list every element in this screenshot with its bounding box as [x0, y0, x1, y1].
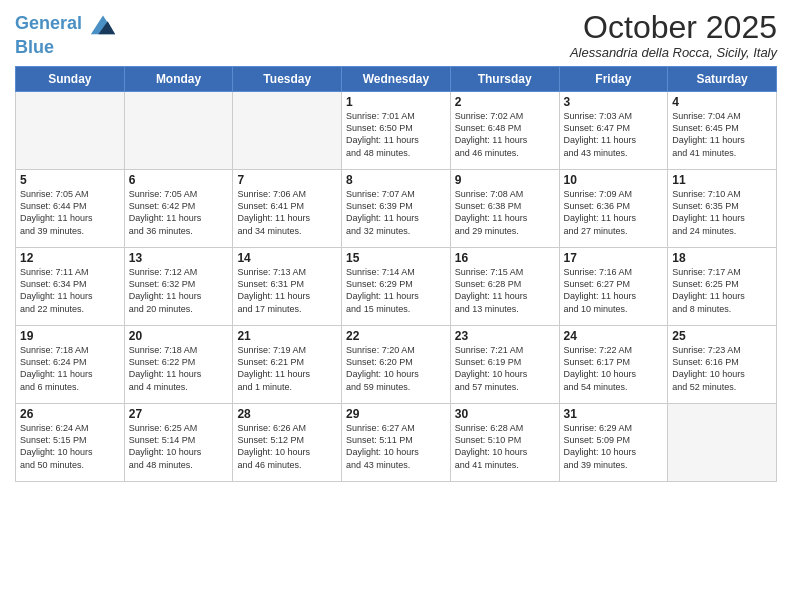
day-number: 23: [455, 329, 555, 343]
calendar-cell: 14Sunrise: 7:13 AMSunset: 6:31 PMDayligh…: [233, 248, 342, 326]
day-number: 21: [237, 329, 337, 343]
calendar-day-header: Wednesday: [342, 67, 451, 92]
day-number: 29: [346, 407, 446, 421]
calendar-cell: 5Sunrise: 7:05 AMSunset: 6:44 PMDaylight…: [16, 170, 125, 248]
calendar-week-row: 1Sunrise: 7:01 AMSunset: 6:50 PMDaylight…: [16, 92, 777, 170]
day-number: 17: [564, 251, 664, 265]
cell-info: Sunrise: 7:01 AMSunset: 6:50 PMDaylight:…: [346, 110, 446, 159]
calendar-cell: 18Sunrise: 7:17 AMSunset: 6:25 PMDayligh…: [668, 248, 777, 326]
day-number: 24: [564, 329, 664, 343]
logo-icon: [89, 10, 117, 38]
calendar-cell: 27Sunrise: 6:25 AMSunset: 5:14 PMDayligh…: [124, 404, 233, 482]
cell-info: Sunrise: 7:23 AMSunset: 6:16 PMDaylight:…: [672, 344, 772, 393]
day-number: 27: [129, 407, 229, 421]
cell-info: Sunrise: 7:16 AMSunset: 6:27 PMDaylight:…: [564, 266, 664, 315]
cell-info: Sunrise: 7:13 AMSunset: 6:31 PMDaylight:…: [237, 266, 337, 315]
day-number: 4: [672, 95, 772, 109]
logo-general: General: [15, 13, 82, 33]
cell-info: Sunrise: 7:21 AMSunset: 6:19 PMDaylight:…: [455, 344, 555, 393]
cell-info: Sunrise: 6:26 AMSunset: 5:12 PMDaylight:…: [237, 422, 337, 471]
day-number: 1: [346, 95, 446, 109]
cell-info: Sunrise: 7:08 AMSunset: 6:38 PMDaylight:…: [455, 188, 555, 237]
day-number: 12: [20, 251, 120, 265]
calendar-cell: 20Sunrise: 7:18 AMSunset: 6:22 PMDayligh…: [124, 326, 233, 404]
location: Alessandria della Rocca, Sicily, Italy: [570, 45, 777, 60]
day-number: 20: [129, 329, 229, 343]
cell-info: Sunrise: 7:07 AMSunset: 6:39 PMDaylight:…: [346, 188, 446, 237]
calendar-cell: 3Sunrise: 7:03 AMSunset: 6:47 PMDaylight…: [559, 92, 668, 170]
calendar-cell: 8Sunrise: 7:07 AMSunset: 6:39 PMDaylight…: [342, 170, 451, 248]
calendar-cell: 2Sunrise: 7:02 AMSunset: 6:48 PMDaylight…: [450, 92, 559, 170]
title-block: October 2025 Alessandria della Rocca, Si…: [570, 10, 777, 60]
cell-info: Sunrise: 7:05 AMSunset: 6:42 PMDaylight:…: [129, 188, 229, 237]
cell-info: Sunrise: 6:27 AMSunset: 5:11 PMDaylight:…: [346, 422, 446, 471]
calendar-header-row: SundayMondayTuesdayWednesdayThursdayFrid…: [16, 67, 777, 92]
day-number: 2: [455, 95, 555, 109]
cell-info: Sunrise: 7:20 AMSunset: 6:20 PMDaylight:…: [346, 344, 446, 393]
day-number: 3: [564, 95, 664, 109]
cell-info: Sunrise: 6:25 AMSunset: 5:14 PMDaylight:…: [129, 422, 229, 471]
page: General Blue October 2025 Alessandria de…: [0, 0, 792, 612]
calendar-cell: 6Sunrise: 7:05 AMSunset: 6:42 PMDaylight…: [124, 170, 233, 248]
cell-info: Sunrise: 7:02 AMSunset: 6:48 PMDaylight:…: [455, 110, 555, 159]
header: General Blue October 2025 Alessandria de…: [15, 10, 777, 60]
calendar-week-row: 12Sunrise: 7:11 AMSunset: 6:34 PMDayligh…: [16, 248, 777, 326]
calendar-cell: [668, 404, 777, 482]
calendar-cell: 15Sunrise: 7:14 AMSunset: 6:29 PMDayligh…: [342, 248, 451, 326]
calendar-cell: 26Sunrise: 6:24 AMSunset: 5:15 PMDayligh…: [16, 404, 125, 482]
calendar-cell: 28Sunrise: 6:26 AMSunset: 5:12 PMDayligh…: [233, 404, 342, 482]
day-number: 14: [237, 251, 337, 265]
day-number: 5: [20, 173, 120, 187]
calendar-cell: 16Sunrise: 7:15 AMSunset: 6:28 PMDayligh…: [450, 248, 559, 326]
day-number: 7: [237, 173, 337, 187]
calendar-cell: 30Sunrise: 6:28 AMSunset: 5:10 PMDayligh…: [450, 404, 559, 482]
day-number: 10: [564, 173, 664, 187]
calendar-day-header: Tuesday: [233, 67, 342, 92]
cell-info: Sunrise: 7:12 AMSunset: 6:32 PMDaylight:…: [129, 266, 229, 315]
calendar-cell: 9Sunrise: 7:08 AMSunset: 6:38 PMDaylight…: [450, 170, 559, 248]
day-number: 6: [129, 173, 229, 187]
day-number: 18: [672, 251, 772, 265]
day-number: 30: [455, 407, 555, 421]
calendar-week-row: 19Sunrise: 7:18 AMSunset: 6:24 PMDayligh…: [16, 326, 777, 404]
calendar-cell: [124, 92, 233, 170]
cell-info: Sunrise: 7:09 AMSunset: 6:36 PMDaylight:…: [564, 188, 664, 237]
cell-info: Sunrise: 7:03 AMSunset: 6:47 PMDaylight:…: [564, 110, 664, 159]
day-number: 22: [346, 329, 446, 343]
calendar-day-header: Saturday: [668, 67, 777, 92]
calendar-cell: 23Sunrise: 7:21 AMSunset: 6:19 PMDayligh…: [450, 326, 559, 404]
calendar-cell: 12Sunrise: 7:11 AMSunset: 6:34 PMDayligh…: [16, 248, 125, 326]
calendar-cell: 4Sunrise: 7:04 AMSunset: 6:45 PMDaylight…: [668, 92, 777, 170]
logo-blue: Blue: [15, 38, 117, 58]
day-number: 15: [346, 251, 446, 265]
cell-info: Sunrise: 7:17 AMSunset: 6:25 PMDaylight:…: [672, 266, 772, 315]
day-number: 26: [20, 407, 120, 421]
day-number: 19: [20, 329, 120, 343]
day-number: 9: [455, 173, 555, 187]
day-number: 31: [564, 407, 664, 421]
cell-info: Sunrise: 7:22 AMSunset: 6:17 PMDaylight:…: [564, 344, 664, 393]
cell-info: Sunrise: 7:05 AMSunset: 6:44 PMDaylight:…: [20, 188, 120, 237]
calendar-week-row: 26Sunrise: 6:24 AMSunset: 5:15 PMDayligh…: [16, 404, 777, 482]
calendar-day-header: Friday: [559, 67, 668, 92]
calendar-cell: 29Sunrise: 6:27 AMSunset: 5:11 PMDayligh…: [342, 404, 451, 482]
calendar-cell: 17Sunrise: 7:16 AMSunset: 6:27 PMDayligh…: [559, 248, 668, 326]
calendar-cell: 31Sunrise: 6:29 AMSunset: 5:09 PMDayligh…: [559, 404, 668, 482]
cell-info: Sunrise: 7:15 AMSunset: 6:28 PMDaylight:…: [455, 266, 555, 315]
calendar-cell: 7Sunrise: 7:06 AMSunset: 6:41 PMDaylight…: [233, 170, 342, 248]
cell-info: Sunrise: 7:06 AMSunset: 6:41 PMDaylight:…: [237, 188, 337, 237]
day-number: 13: [129, 251, 229, 265]
cell-info: Sunrise: 7:19 AMSunset: 6:21 PMDaylight:…: [237, 344, 337, 393]
day-number: 16: [455, 251, 555, 265]
day-number: 25: [672, 329, 772, 343]
day-number: 28: [237, 407, 337, 421]
calendar-cell: [233, 92, 342, 170]
calendar-day-header: Monday: [124, 67, 233, 92]
logo-text: General: [15, 10, 117, 38]
cell-info: Sunrise: 7:10 AMSunset: 6:35 PMDaylight:…: [672, 188, 772, 237]
calendar-cell: 19Sunrise: 7:18 AMSunset: 6:24 PMDayligh…: [16, 326, 125, 404]
day-number: 11: [672, 173, 772, 187]
calendar-cell: 1Sunrise: 7:01 AMSunset: 6:50 PMDaylight…: [342, 92, 451, 170]
logo: General Blue: [15, 10, 117, 58]
calendar-cell: 25Sunrise: 7:23 AMSunset: 6:16 PMDayligh…: [668, 326, 777, 404]
